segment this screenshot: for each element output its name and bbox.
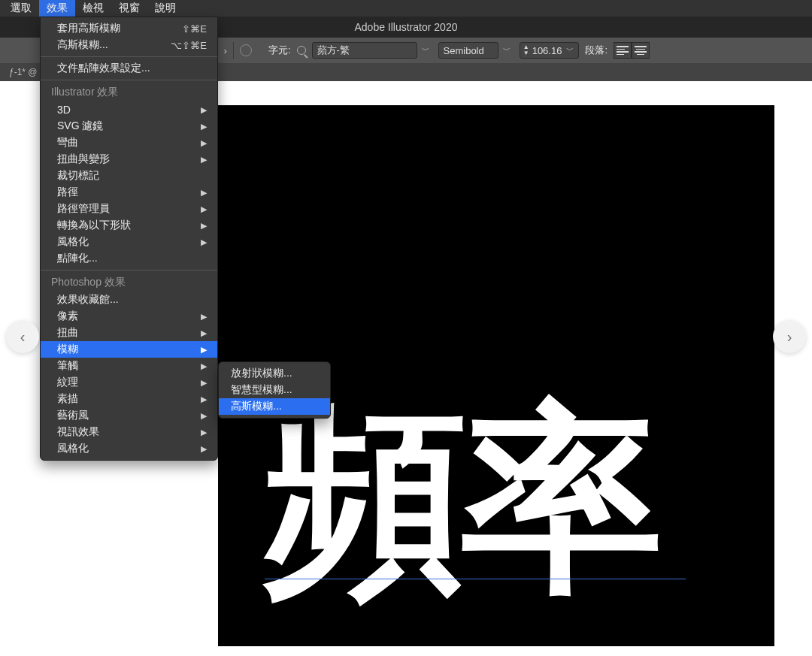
opacity-stepper-icon[interactable]: › — [224, 45, 227, 56]
menu-pixelate[interactable]: 像素▶ — [41, 308, 217, 325]
font-weight-dropdown[interactable]: Semibold ﹀ — [438, 42, 514, 59]
menu-pathfinder[interactable]: 路徑管理員▶ — [41, 201, 217, 217]
submenu-arrow-icon: ▶ — [201, 138, 207, 148]
menu-divider — [41, 56, 217, 57]
submenu-arrow-icon: ▶ — [201, 221, 207, 231]
paragraph-align-group — [614, 42, 650, 59]
menu-warp[interactable]: 彎曲▶ — [41, 135, 217, 151]
submenu-arrow-icon: ▶ — [201, 237, 207, 247]
menu-section-illustrator: Illustrator 效果 — [41, 83, 217, 101]
submenu-arrow-icon: ▶ — [201, 105, 207, 115]
submenu-arrow-icon: ▶ — [201, 122, 207, 132]
chevron-left-icon: ‹ — [20, 328, 26, 346]
effects-menu: 套用高斯模糊 ⇧⌘E 高斯模糊... ⌥⇧⌘E 文件點陣效果設定... Illu… — [40, 17, 218, 461]
carousel-prev-button[interactable]: ‹ — [6, 320, 39, 353]
submenu-radial-blur[interactable]: 放射狀模糊... — [219, 365, 330, 382]
menu-distort-transform[interactable]: 扭曲與變形▶ — [41, 151, 217, 168]
menu-artistic[interactable]: 藝術風▶ — [41, 407, 217, 424]
menu-stylize-ps[interactable]: 風格化▶ — [41, 440, 217, 457]
blur-submenu: 放射狀模糊... 智慧型模糊... 高斯模糊... — [218, 361, 331, 419]
menu-svg-filters[interactable]: SVG 濾鏡▶ — [41, 118, 217, 135]
down-arrow-icon[interactable]: ▼ — [522, 50, 531, 56]
font-family-value: 蘋方-繁 — [312, 42, 417, 59]
menu-help[interactable]: 說明 — [147, 0, 183, 17]
menu-stylize-ai[interactable]: 風格化▶ — [41, 234, 217, 250]
menu-rasterize[interactable]: 點陣化... — [41, 250, 217, 267]
globe-icon[interactable] — [240, 44, 252, 56]
submenu-arrow-icon: ▶ — [201, 361, 207, 371]
canvas-text[interactable]: 頻率 — [265, 398, 659, 600]
submenu-arrow-icon: ▶ — [201, 411, 207, 421]
submenu-arrow-icon: ▶ — [201, 204, 207, 214]
chevron-down-icon: ﹀ — [419, 45, 432, 56]
submenu-smart-blur[interactable]: 智慧型模糊... — [219, 382, 330, 398]
menu-section-photoshop: Photoshop 效果 — [41, 274, 217, 292]
menu-window[interactable]: 視窗 — [111, 0, 147, 17]
submenu-arrow-icon: ▶ — [201, 378, 207, 388]
menu-crop-marks[interactable]: 裁切標記 — [41, 168, 217, 184]
menu-effects[interactable]: 效果 — [39, 0, 75, 17]
shortcut-label: ⇧⌘E — [182, 23, 207, 35]
character-label: 字元: — [268, 44, 291, 57]
search-icon[interactable] — [297, 46, 306, 55]
menu-ps-distort[interactable]: 扭曲▶ — [41, 325, 217, 341]
submenu-arrow-icon: ▶ — [201, 312, 207, 322]
font-size-stepper[interactable]: ▲ ▼ 106.16 ﹀ — [520, 42, 580, 59]
submenu-arrow-icon: ▶ — [201, 328, 207, 338]
menu-apply-last-effect[interactable]: 套用高斯模糊 ⇧⌘E — [41, 20, 217, 37]
menu-sketch[interactable]: 素描▶ — [41, 391, 217, 407]
shortcut-label: ⌥⇧⌘E — [171, 40, 207, 51]
menu-path[interactable]: 路徑▶ — [41, 184, 217, 201]
align-left-button[interactable] — [614, 42, 632, 59]
menu-select[interactable]: 選取 — [3, 0, 39, 17]
submenu-gaussian-blur[interactable]: 高斯模糊... — [219, 398, 330, 415]
menu-view[interactable]: 檢視 — [75, 0, 111, 17]
menu-last-effect[interactable]: 高斯模糊... ⌥⇧⌘E — [41, 37, 217, 53]
submenu-arrow-icon: ▶ — [201, 345, 207, 355]
chevron-down-icon: ﹀ — [500, 45, 514, 56]
menu-texture[interactable]: 紋理▶ — [41, 374, 217, 391]
chevron-right-icon: › — [787, 328, 792, 346]
submenu-arrow-icon: ▶ — [201, 155, 207, 165]
menu-brush-strokes[interactable]: 筆觸▶ — [41, 358, 217, 374]
font-size-value: 106.16 — [531, 45, 564, 56]
submenu-arrow-icon: ▶ — [201, 395, 207, 404]
text-baseline-guide — [265, 579, 686, 579]
submenu-arrow-icon: ▶ — [201, 188, 207, 198]
submenu-arrow-icon: ▶ — [201, 444, 207, 454]
font-family-dropdown[interactable]: 蘋方-繁 ﹀ — [312, 42, 432, 59]
carousel-next-button[interactable]: › — [773, 320, 806, 353]
menu-3d[interactable]: 3D▶ — [41, 101, 217, 118]
align-center-button[interactable] — [632, 42, 650, 59]
menu-effect-gallery[interactable]: 效果收藏館... — [41, 292, 217, 308]
paragraph-label: 段落: — [585, 44, 607, 57]
app-title: Adobe Illustrator 2020 — [355, 21, 458, 33]
menu-divider — [41, 80, 217, 80]
submenu-arrow-icon: ▶ — [201, 428, 207, 437]
menu-divider — [41, 270, 217, 271]
menu-convert-shape[interactable]: 轉換為以下形狀▶ — [41, 217, 217, 234]
menu-blur[interactable]: 模糊▶ — [41, 341, 217, 358]
font-weight-value: Semibold — [438, 42, 498, 59]
document-tab[interactable]: ƒ-1* @ — [2, 65, 45, 80]
menu-raster-settings[interactable]: 文件點陣效果設定... — [41, 60, 217, 77]
menubar: 選取 效果 檢視 視窗 說明 — [0, 0, 812, 17]
menu-video[interactable]: 視訊效果▶ — [41, 424, 217, 440]
chevron-down-icon: ﹀ — [563, 45, 577, 56]
